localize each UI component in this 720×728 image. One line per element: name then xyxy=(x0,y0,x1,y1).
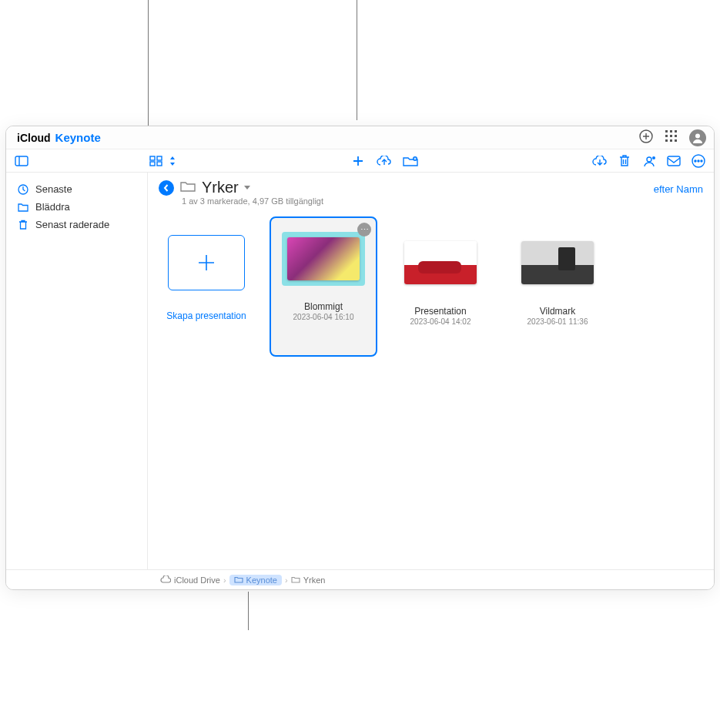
chevron-right-icon: › xyxy=(285,575,288,585)
document-name: Presentation xyxy=(414,306,466,317)
folder-icon xyxy=(291,575,300,585)
document-name: Blommigt xyxy=(304,301,343,312)
document-thumbnail xyxy=(282,232,365,286)
clock-icon xyxy=(17,184,29,195)
cloud-icon xyxy=(160,575,171,585)
svg-rect-9 xyxy=(675,139,677,142)
icloud-label: iCloud xyxy=(17,132,51,144)
document-date: 2023-06-04 16:10 xyxy=(293,313,354,321)
toolbar xyxy=(6,149,714,173)
svg-rect-14 xyxy=(150,162,155,166)
path-segment-label: iCloud Drive xyxy=(174,575,220,585)
trash-icon xyxy=(17,220,29,230)
app-window: iCloud Keynote xyxy=(5,126,715,590)
titlebar-left: iCloud Keynote xyxy=(14,131,101,144)
plus-icon xyxy=(168,235,245,290)
titlebar-right xyxy=(638,129,706,147)
document-thumbnail xyxy=(402,235,479,290)
sidebar-item-label: Senaste xyxy=(35,183,72,195)
main-header: Yrker 1 av 3 markerade, 4,97 GB tillgäng… xyxy=(148,173,714,209)
svg-rect-5 xyxy=(670,135,672,137)
document-card-presentation[interactable]: Presentation 2023-06-04 14:02 xyxy=(387,216,494,357)
app-grid-icon[interactable] xyxy=(665,129,678,146)
add-circle-icon[interactable] xyxy=(638,129,654,147)
card-more-icon[interactable]: ⋯ xyxy=(357,223,371,237)
svg-rect-7 xyxy=(665,139,668,142)
folder-icon xyxy=(234,575,243,585)
path-segment-label: Yrken xyxy=(303,575,326,585)
sort-button[interactable]: efter Namn xyxy=(654,183,703,195)
callout-line xyxy=(357,0,357,120)
upload-cloud-icon[interactable] xyxy=(377,153,392,169)
path-segment-keynote[interactable]: Keynote xyxy=(229,575,282,585)
create-presentation-card[interactable]: Skapa presentation xyxy=(152,216,260,357)
sidebar: Senaste Bläddra Senast raderade xyxy=(6,173,148,569)
selection-status: 1 av 3 markerade, 4,97 GB tillgängligt xyxy=(182,196,323,206)
sidebar-item-recently-deleted[interactable]: Senast raderade xyxy=(12,216,141,233)
svg-rect-13 xyxy=(157,156,162,160)
svg-rect-8 xyxy=(670,139,672,142)
svg-rect-2 xyxy=(670,130,672,133)
path-segment-icloud[interactable]: iCloud Drive xyxy=(160,575,220,585)
folder-title: Yrker xyxy=(202,179,239,196)
document-date: 2023-06-01 11:36 xyxy=(527,317,588,326)
svg-rect-4 xyxy=(665,135,668,137)
mail-icon[interactable] xyxy=(666,153,681,169)
document-date: 2023-06-04 14:02 xyxy=(410,317,471,326)
folder-icon xyxy=(17,203,29,212)
document-card-blommigt[interactable]: ⋯ Blommigt 2023-06-04 16:10 xyxy=(270,216,377,357)
view-grid-icon[interactable] xyxy=(149,153,164,169)
document-grid: Skapa presentation ⋯ Blommigt 2023-06-04… xyxy=(148,209,714,357)
delete-icon[interactable] xyxy=(617,153,632,169)
view-options-chevron-icon[interactable] xyxy=(169,153,176,169)
svg-point-21 xyxy=(695,160,696,162)
main-panel: Yrker 1 av 3 markerade, 4,97 GB tillgäng… xyxy=(148,173,714,569)
folder-title-chevron-icon[interactable] xyxy=(243,183,251,193)
svg-point-23 xyxy=(701,160,702,162)
sidebar-toggle-icon[interactable] xyxy=(14,153,29,169)
svg-rect-11 xyxy=(15,156,28,166)
account-avatar-icon[interactable] xyxy=(689,129,706,146)
more-actions-icon[interactable] xyxy=(691,153,706,169)
document-card-vildmark[interactable]: Vildmark 2023-06-01 11:36 xyxy=(504,216,611,357)
sidebar-item-browse[interactable]: Bläddra xyxy=(12,198,141,216)
svg-rect-19 xyxy=(668,156,680,166)
create-presentation-label: Skapa presentation xyxy=(166,310,246,321)
pathbar: iCloud Drive › Keynote › Yrken xyxy=(6,569,714,589)
titlebar: iCloud Keynote xyxy=(6,126,714,149)
new-document-icon[interactable] xyxy=(350,153,366,169)
content-area: Senaste Bläddra Senast raderade xyxy=(6,173,714,569)
sidebar-item-recent[interactable]: Senaste xyxy=(12,180,141,198)
svg-rect-15 xyxy=(157,162,162,166)
svg-rect-6 xyxy=(675,135,677,137)
sidebar-item-label: Bläddra xyxy=(35,201,70,213)
chevron-right-icon: › xyxy=(223,575,226,585)
svg-rect-12 xyxy=(150,156,155,160)
svg-rect-1 xyxy=(665,130,668,133)
back-button[interactable] xyxy=(159,180,174,196)
collaborate-icon[interactable] xyxy=(641,153,657,169)
app-name-label: Keynote xyxy=(55,131,101,144)
svg-point-18 xyxy=(652,156,655,159)
callout-line xyxy=(248,592,249,630)
download-cloud-icon[interactable] xyxy=(592,153,608,169)
folder-outline-icon xyxy=(180,180,196,196)
document-name: Vildmark xyxy=(540,306,575,317)
svg-point-10 xyxy=(695,133,700,138)
svg-rect-3 xyxy=(675,130,677,133)
svg-point-22 xyxy=(698,160,699,162)
sidebar-item-label: Senast raderade xyxy=(35,219,109,230)
path-segment-label: Keynote xyxy=(246,575,277,585)
new-folder-icon[interactable] xyxy=(403,153,418,169)
svg-point-17 xyxy=(647,157,651,162)
document-thumbnail xyxy=(519,235,596,290)
path-segment-yrken[interactable]: Yrken xyxy=(291,575,326,585)
